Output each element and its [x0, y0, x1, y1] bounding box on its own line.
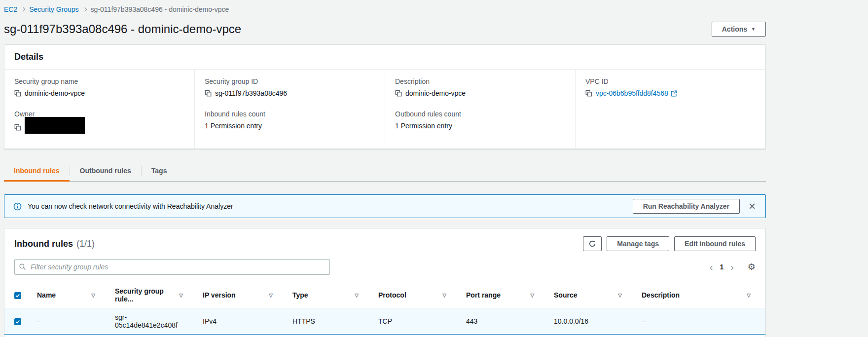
security-group-id-value: sg-011f97b393a08c496: [215, 89, 287, 97]
copy-icon[interactable]: [205, 90, 212, 97]
field-vpc-id: VPC ID vpc-06b6b95ffdd8f4568: [585, 77, 756, 98]
field-owner: Owner: [14, 110, 184, 134]
column-header-ip-version: IP version: [203, 291, 236, 299]
page-header: sg-011f97b393a08c496 - dominic-demo-vpce…: [4, 22, 766, 37]
column-header-security-group-rule: Security group rule...: [115, 287, 179, 303]
inbound-rules-table: Name▽ Security group rule...▽ IP version…: [4, 282, 765, 335]
manage-tags-button[interactable]: Manage tags: [607, 236, 669, 251]
chevron-right-icon: [21, 7, 25, 11]
details-column-4: VPC ID vpc-06b6b95ffdd8f4568: [575, 70, 765, 149]
field-security-group-name: Security group name dominic-demo-vpce: [14, 77, 184, 98]
details-grid: Security group name dominic-demo-vpce Ow…: [4, 70, 765, 149]
run-reachability-analyzer-label: Run Reachability Analyzer: [643, 202, 729, 211]
tab-bar: Inbound rules Outbound rules Tags: [4, 161, 766, 182]
cell-type: HTTPS: [288, 308, 373, 335]
table-header-row: Name▽ Security group rule...▽ IP version…: [4, 282, 765, 308]
run-reachability-analyzer-button[interactable]: Run Reachability Analyzer: [633, 199, 740, 214]
settings-gear-icon[interactable]: ⚙: [748, 262, 756, 272]
next-page-button[interactable]: ›: [730, 262, 734, 272]
breadcrumb: EC2 Security Groups sg-011f97b393a08c496…: [4, 4, 766, 15]
copy-icon[interactable]: [585, 90, 592, 97]
security-group-detail-page: EC2 Security Groups sg-011f97b393a08c496…: [4, 0, 766, 337]
copy-icon[interactable]: [14, 90, 21, 97]
refresh-icon: [588, 240, 596, 248]
details-card: Details Security group name dominic-demo…: [4, 44, 766, 149]
column-header-protocol: Protocol: [378, 291, 406, 299]
filter-icon[interactable]: ▽: [442, 293, 446, 298]
manage-tags-label: Manage tags: [617, 239, 659, 248]
edit-inbound-rules-label: Edit inbound rules: [685, 239, 745, 248]
inbound-rules-title: Inbound rules: [14, 239, 73, 249]
row-checkbox[interactable]: [14, 318, 21, 325]
external-link-icon: [671, 90, 677, 97]
breadcrumb-ec2[interactable]: EC2: [4, 5, 17, 13]
details-column-2: Security group ID sg-011f97b393a08c496 I…: [194, 70, 385, 149]
filter-icon[interactable]: ▽: [355, 293, 359, 298]
column-header-name: Name: [37, 291, 56, 299]
pagination: ‹ 1 › ⚙: [710, 262, 756, 272]
banner-text: You can now check network connectivity w…: [28, 202, 627, 210]
vpc-id-link[interactable]: vpc-06b6b95ffdd8f4568: [596, 89, 677, 97]
search-box: [14, 259, 330, 275]
filter-icon[interactable]: ▽: [618, 293, 622, 298]
field-inbound-rules-count: Inbound rules count 1 Permission entry: [205, 110, 375, 131]
filter-icon[interactable]: ▽: [179, 293, 183, 298]
info-banner: You can now check network connectivity w…: [4, 194, 766, 218]
owner-redacted-value: [25, 117, 85, 134]
security-group-name-label: Security group name: [14, 77, 184, 85]
vpc-id-value: vpc-06b6b95ffdd8f4568: [596, 89, 668, 97]
outbound-rules-count-value: 1 Permission entry: [395, 122, 452, 130]
cell-port-range: 443: [461, 308, 549, 335]
table-row[interactable]: – sgr-05c14de841e2c408f IPv4 HTTPS TCP 4…: [4, 308, 765, 335]
inbound-rules-count-badge: (1/1): [76, 239, 95, 249]
column-header-port-range: Port range: [466, 291, 501, 299]
tab-tags[interactable]: Tags: [142, 161, 177, 181]
column-header-source: Source: [554, 291, 577, 299]
security-group-id-label: Security group ID: [205, 77, 375, 85]
tab-outbound-rules-label: Outbound rules: [80, 167, 131, 175]
filter-row: ‹ 1 › ⚙: [4, 257, 765, 282]
field-description: Description dominic-demo-vpce: [395, 77, 565, 98]
inbound-rules-header: Inbound rules (1/1) Manage tags Edit inb…: [4, 228, 765, 257]
actions-button[interactable]: Actions ▼: [712, 22, 766, 37]
inbound-rules-card: Inbound rules (1/1) Manage tags Edit inb…: [4, 228, 766, 337]
column-header-description: Description: [642, 291, 680, 299]
copy-icon[interactable]: [395, 90, 402, 97]
filter-input[interactable]: [14, 259, 330, 275]
breadcrumb-security-groups[interactable]: Security Groups: [29, 5, 78, 13]
field-outbound-rules-count: Outbound rules count 1 Permission entry: [395, 110, 565, 131]
breadcrumb-current: sg-011f97b393a08c496 - dominic-demo-vpce: [91, 5, 229, 13]
copy-icon[interactable]: [14, 124, 21, 131]
filter-icon[interactable]: ▽: [530, 293, 534, 298]
info-icon: [13, 202, 22, 211]
details-card-header: Details: [4, 45, 765, 70]
vpc-id-label: VPC ID: [585, 77, 756, 85]
inbound-rules-count-label: Inbound rules count: [205, 110, 375, 118]
actions-button-label: Actions: [722, 25, 747, 34]
details-title: Details: [14, 52, 756, 62]
tab-inbound-rules[interactable]: Inbound rules: [4, 161, 70, 181]
cell-description: –: [637, 308, 765, 335]
tab-inbound-rules-label: Inbound rules: [14, 167, 60, 175]
chevron-right-icon: [82, 7, 86, 11]
close-icon[interactable]: ×: [746, 200, 759, 212]
cell-security-group-rule-id: sgr-05c14de841e2c408f: [110, 308, 198, 335]
edit-inbound-rules-button[interactable]: Edit inbound rules: [674, 236, 756, 251]
current-page[interactable]: 1: [720, 263, 723, 271]
details-column-1: Security group name dominic-demo-vpce Ow…: [4, 70, 194, 149]
filter-icon[interactable]: ▽: [747, 293, 751, 298]
select-all-checkbox[interactable]: [14, 292, 21, 299]
description-value: dominic-demo-vpce: [405, 89, 466, 97]
tab-outbound-rules[interactable]: Outbound rules: [70, 161, 141, 181]
page-title: sg-011f97b393a08c496 - dominic-demo-vpce: [4, 22, 241, 36]
previous-page-button[interactable]: ‹: [710, 262, 713, 272]
filter-icon[interactable]: ▽: [269, 293, 273, 298]
search-icon: [19, 263, 26, 272]
column-header-type: Type: [292, 291, 308, 299]
cell-name: –: [32, 308, 110, 335]
tab-tags-label: Tags: [151, 167, 167, 175]
field-security-group-id: Security group ID sg-011f97b393a08c496: [205, 77, 375, 98]
inbound-rules-count-value: 1 Permission entry: [205, 122, 262, 130]
refresh-button[interactable]: [583, 236, 602, 251]
filter-icon[interactable]: ▽: [91, 293, 95, 298]
